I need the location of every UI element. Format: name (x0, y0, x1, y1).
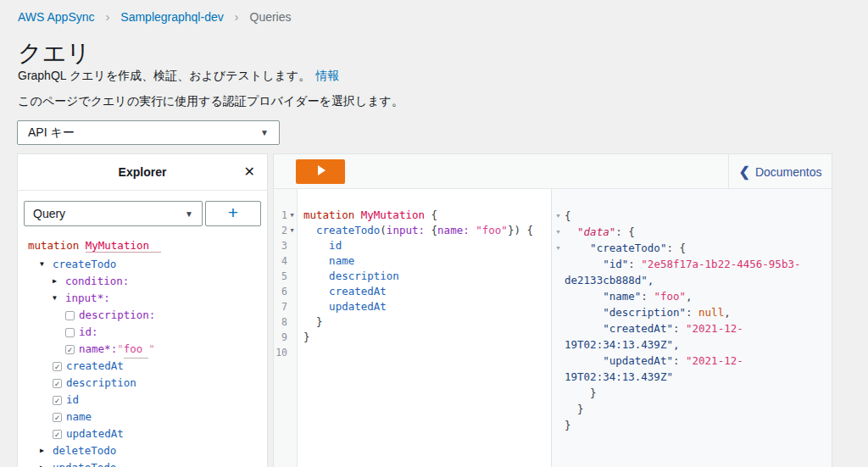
tree-row-id[interactable]: id: (18, 324, 267, 341)
triangle-down-icon[interactable]: ▼ (53, 290, 65, 307)
tree-row-name[interactable]: ✓name*: "foo" (18, 341, 267, 358)
line-number: 1 (274, 209, 287, 221)
fold-toggle-icon[interactable]: ▼ (552, 208, 565, 224)
result-text: de2133cb888d", (565, 272, 654, 288)
fold-toggle-icon[interactable]: ▼ (552, 224, 565, 240)
line-number: 5 (274, 270, 287, 282)
tree-row-updatedAt[interactable]: ✓updatedAt (18, 425, 267, 442)
breadcrumb-separator-icon: › (105, 9, 109, 24)
fold-spacer (552, 401, 565, 417)
fold-spacer (552, 304, 565, 320)
triangle-right-icon[interactable]: ▶ (53, 273, 65, 290)
tree-row-name[interactable]: ✓name (18, 409, 267, 425)
code-line[interactable]: mutation MyMutation { (303, 208, 551, 223)
editor-results-panes: 1▼2▼345678910 mutation MyMutation { crea… (274, 189, 832, 467)
tree-field-label: name*: (79, 341, 117, 358)
fold-spacer (552, 353, 565, 369)
auth-provider-select[interactable]: API キー ▼ (17, 120, 280, 145)
checkbox-unchecked[interactable] (65, 311, 75, 320)
fold-toggle-icon[interactable]: ▼ (287, 227, 297, 234)
checkbox-checked[interactable]: ✓ (53, 413, 62, 422)
checkbox-unchecked[interactable] (65, 328, 75, 337)
page-title: クエリ (18, 37, 91, 69)
code-line[interactable] (303, 345, 551, 360)
result-text: "name": "foo", (565, 288, 693, 304)
result-text: "createdAt": "2021-12- (565, 320, 743, 336)
tree-field-label: updateTodo (53, 459, 116, 467)
line-number: 3 (274, 240, 287, 252)
checkbox-checked[interactable]: ✓ (53, 379, 62, 388)
code-line[interactable]: description (303, 269, 551, 284)
query-workspace: ❮ Documentos 1▼2▼345678910 mutation MyMu… (273, 153, 832, 467)
tree-row-description[interactable]: ✓description (18, 375, 267, 392)
tree-row-updateTodo[interactable]: ▶updateTodo (18, 459, 267, 467)
result-text: "description": null, (565, 304, 731, 320)
tree-field-label: createTodo (53, 256, 116, 273)
fold-spacer (552, 288, 565, 304)
execute-query-button[interactable] (296, 159, 345, 184)
breadcrumb-current: Queries (250, 10, 292, 24)
result-text: { (565, 208, 571, 224)
fold-toggle-icon[interactable]: ▼ (287, 212, 297, 219)
result-text: } (565, 385, 597, 401)
explorer-panel: Explorer ✕ Query ▼ + mutation MyMutation… (17, 153, 268, 467)
result-line: } (552, 385, 832, 401)
triangle-right-icon[interactable]: ▶ (40, 442, 53, 459)
documentation-link[interactable]: ❮ Documentos (739, 165, 822, 179)
code-line[interactable]: } (303, 330, 551, 345)
fold-toggle-icon[interactable]: ▼ (552, 240, 565, 256)
documentation-link-label: Documentos (755, 165, 822, 179)
tree-row-condition[interactable]: ▶condition: (18, 273, 267, 290)
tree-row-input[interactable]: ▼input*: (18, 290, 267, 307)
tree-row-id[interactable]: ✓id (18, 392, 267, 409)
line-number: 4 (274, 255, 287, 267)
tree-field-label: deleteTodo (53, 442, 116, 459)
code-line[interactable]: name (303, 253, 551, 269)
breadcrumb-link-api[interactable]: Samplegraphql-dev (120, 10, 223, 24)
breadcrumb-link-appsync[interactable]: AWS AppSync (18, 10, 95, 24)
tree-row-deleteTodo[interactable]: ▶deleteTodo (18, 442, 267, 459)
page-subtitle: GraphQL クエリを作成、検証、およびテストします。情報 (18, 69, 339, 84)
close-icon[interactable]: ✕ (244, 164, 255, 181)
tree-row-createdAt[interactable]: ✓createdAt (18, 358, 267, 375)
checkbox-checked[interactable]: ✓ (53, 430, 62, 439)
result-text: 19T02:34:13.439Z" (565, 369, 673, 385)
result-line: "name": "foo", (552, 288, 832, 304)
line-number-gutter: 1▼2▼345678910 (274, 189, 298, 467)
triangle-down-icon[interactable]: ▼ (40, 256, 53, 273)
operation-row: Query ▼ + (18, 191, 267, 226)
tree-field-label: updatedAt (66, 425, 124, 442)
tree-row-description[interactable]: description: (18, 307, 267, 324)
result-line: "createdAt": "2021-12- (552, 320, 832, 336)
breadcrumb: AWS AppSync › Samplegraphql-dev › Querie… (18, 9, 292, 24)
code-line[interactable]: createTodo(input: {name: "foo"}) { (303, 223, 551, 238)
chevron-down-icon: ▼ (260, 128, 269, 137)
result-line: "updatedAt": "2021-12- (552, 353, 832, 369)
add-operation-button[interactable]: + (205, 201, 261, 226)
code-line[interactable]: createdAt (303, 284, 551, 299)
result-line: 19T02:34:13.439Z", (552, 336, 832, 353)
explorer-title: Explorer (18, 165, 267, 179)
triangle-right-icon[interactable]: ▶ (40, 459, 53, 467)
tree-value-input[interactable]: foo (124, 341, 149, 359)
query-editor[interactable]: 1▼2▼345678910 mutation MyMutation { crea… (274, 189, 551, 467)
tree-field-label: createdAt (66, 358, 124, 375)
operation-name-input[interactable]: MyMutation (86, 239, 161, 253)
line-number: 9 (274, 331, 287, 343)
tree-field-label: input*: (65, 290, 110, 307)
tree-row-createTodo[interactable]: ▼createTodo (18, 256, 267, 273)
info-link[interactable]: 情報 (315, 69, 339, 82)
tree-field-label: id (66, 392, 79, 409)
code-line[interactable]: updatedAt (303, 299, 551, 314)
query-code-area[interactable]: mutation MyMutation { createTodo(input: … (298, 189, 551, 467)
operation-type-select[interactable]: Query ▼ (24, 201, 203, 226)
explorer-header: Explorer ✕ (18, 154, 267, 191)
code-line[interactable]: id (303, 238, 551, 253)
checkbox-checked[interactable]: ✓ (53, 362, 62, 371)
fold-spacer (552, 417, 565, 433)
tree-field-label: id: (79, 324, 98, 341)
code-line[interactable]: } (303, 314, 551, 330)
checkbox-checked[interactable]: ✓ (65, 345, 75, 354)
checkbox-checked[interactable]: ✓ (53, 396, 62, 405)
fold-spacer (552, 320, 565, 336)
